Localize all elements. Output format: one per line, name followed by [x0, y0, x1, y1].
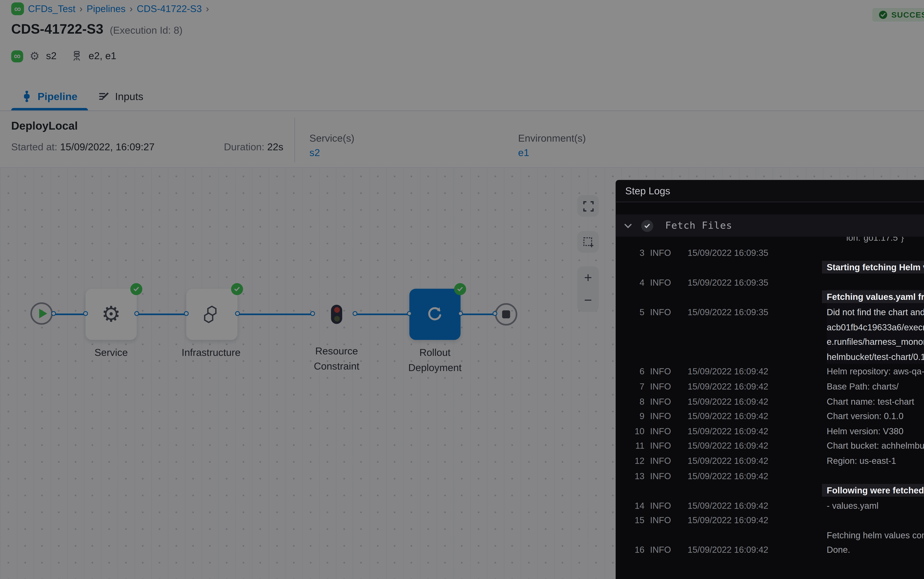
log-entry: 12INFO15/09/2022 16:09:42Region: us-east… — [615, 453, 924, 468]
log-entry: 11INFO15/09/2022 16:09:42Chart bucket: a… — [615, 438, 924, 453]
log-level: INFO — [650, 275, 671, 290]
log-entry: 15INFO15/09/2022 16:09:42Fetching helm v… — [615, 513, 924, 543]
log-line-number: 13 — [627, 468, 645, 483]
log-level: INFO — [650, 394, 671, 409]
log-line-number: 3 — [627, 245, 645, 260]
log-timestamp: 15/09/2022 16:09:42 — [687, 438, 768, 453]
log-level: INFO — [650, 513, 671, 528]
log-message: Chart version: 0.1.0 — [827, 409, 924, 424]
log-line-number: 10 — [627, 424, 645, 438]
log-message: Base Path: charts/ — [827, 379, 924, 394]
log-message: Following were fetched successfully : — [827, 468, 924, 498]
log-level: INFO — [650, 379, 671, 394]
log-timestamp: 15/09/2022 16:09:42 — [687, 424, 768, 438]
log-timestamp: 15/09/2022 16:09:42 — [687, 513, 768, 528]
log-message: Chart bucket: achhelmbucket — [827, 438, 924, 453]
log-timestamp: 15/09/2022 16:09:42 — [687, 468, 768, 483]
log-timestamp: 15/09/2022 16:09:42 — [687, 498, 768, 513]
log-line-number: 4 — [627, 275, 645, 290]
log-level: INFO — [650, 468, 671, 483]
log-timestamp: 15/09/2022 16:09:35 — [687, 275, 768, 290]
log-entry: 14INFO15/09/2022 16:09:42- values.yaml — [615, 498, 924, 513]
log-message: Helm repository: aws-qa-setup-modified — [827, 364, 924, 379]
log-line-number: 14 — [627, 498, 645, 513]
app-viewport: ∞ CFDs_Test › Pipelines › CDS-41722-S3 ›… — [0, 0, 924, 579]
log-message: - values.yaml — [827, 498, 924, 513]
log-level: INFO — [650, 305, 671, 319]
log-level: INFO — [650, 453, 671, 468]
log-timestamp: 15/09/2022 16:09:35 — [687, 305, 768, 319]
fetch-files-section-header[interactable]: Fetch Files ↑ ↓ 9s — [615, 214, 924, 237]
step-success-check-icon — [641, 220, 653, 232]
log-level: INFO — [650, 424, 671, 438]
log-line-number: 12 — [627, 453, 645, 468]
log-entry: 13INFO15/09/2022 16:09:42Following were … — [615, 468, 924, 498]
log-line-number: 11 — [627, 438, 645, 453]
log-message: Fetching helm values completed successfu… — [827, 513, 924, 543]
log-line-number: 16 — [627, 543, 645, 558]
log-line-number: 6 — [627, 364, 645, 379]
log-entry: 10INFO15/09/2022 16:09:42Helm version: V… — [615, 424, 924, 438]
log-line-number: 8 — [627, 394, 645, 409]
log-entry: 3INFO15/09/2022 16:09:35Starting fetchin… — [615, 245, 924, 275]
log-entry: 16INFO15/09/2022 16:09:42Done. — [615, 543, 924, 558]
log-timestamp: 15/09/2022 16:09:42 — [687, 453, 768, 468]
log-message-highlight: Following were fetched successfully : — [822, 484, 924, 497]
log-timestamp: 15/09/2022 16:09:42 — [687, 409, 768, 424]
log-entry: 7INFO15/09/2022 16:09:42Base Path: chart… — [615, 379, 924, 394]
log-entry: 9INFO15/09/2022 16:09:42Chart version: 0… — [615, 409, 924, 424]
log-line-number: 7 — [627, 379, 645, 394]
log-line-number: 5 — [627, 305, 645, 319]
log-message-highlight: Starting fetching Helm values — [822, 261, 924, 273]
log-entry: 4INFO15/09/2022 16:09:35Fetching values.… — [615, 275, 924, 305]
screenshot-root: ∞ CFDs_Test › Pipelines › CDS-41722-S3 ›… — [0, 0, 924, 579]
log-timestamp: 15/09/2022 16:09:42 — [687, 394, 768, 409]
log-message: Did not find the chart and version in lo… — [827, 305, 924, 364]
log-list: ion:"go1.17.5"}3INFO15/09/2022 16:09:35S… — [615, 231, 924, 558]
log-timestamp: 15/09/2022 16:09:42 — [687, 543, 768, 558]
log-timestamp: 15/09/2022 16:09:35 — [687, 245, 768, 260]
log-entry: 6INFO15/09/2022 16:09:42Helm repository:… — [615, 364, 924, 379]
log-message: Starting fetching Helm values — [827, 245, 924, 275]
log-message: Chart name: test-chart — [827, 394, 924, 409]
step-name: Fetch Files — [665, 220, 732, 231]
log-level: INFO — [650, 245, 671, 260]
chevron-down-icon[interactable] — [624, 221, 633, 230]
log-timestamp: 15/09/2022 16:09:42 — [687, 364, 768, 379]
log-entry: 5INFO15/09/2022 16:09:35Did not find the… — [615, 305, 924, 364]
step-logs-header: Step Logs Console View — [615, 180, 924, 202]
log-message: Region: us-east-1 — [827, 453, 924, 468]
log-level: INFO — [650, 543, 671, 558]
step-logs-title: Step Logs — [625, 185, 670, 196]
log-level: INFO — [650, 438, 671, 453]
log-level: INFO — [650, 498, 671, 513]
log-level: INFO — [650, 409, 671, 424]
log-message: Fetching values.yaml from helm chart rep… — [827, 275, 924, 305]
log-timestamp: 15/09/2022 16:09:42 — [687, 379, 768, 394]
log-line-number: 15 — [627, 513, 645, 528]
step-logs-drawer: Step Logs Console View ion:"go1.17.5"}3I… — [615, 180, 924, 579]
log-message-highlight: Fetching values.yaml from helm chart rep… — [822, 291, 924, 303]
log-level: INFO — [650, 364, 671, 379]
log-entry: 8INFO15/09/2022 16:09:42Chart name: test… — [615, 394, 924, 409]
log-message: Helm version: V380 — [827, 424, 924, 438]
log-message: Done. — [827, 543, 924, 558]
log-line-number: 9 — [627, 409, 645, 424]
